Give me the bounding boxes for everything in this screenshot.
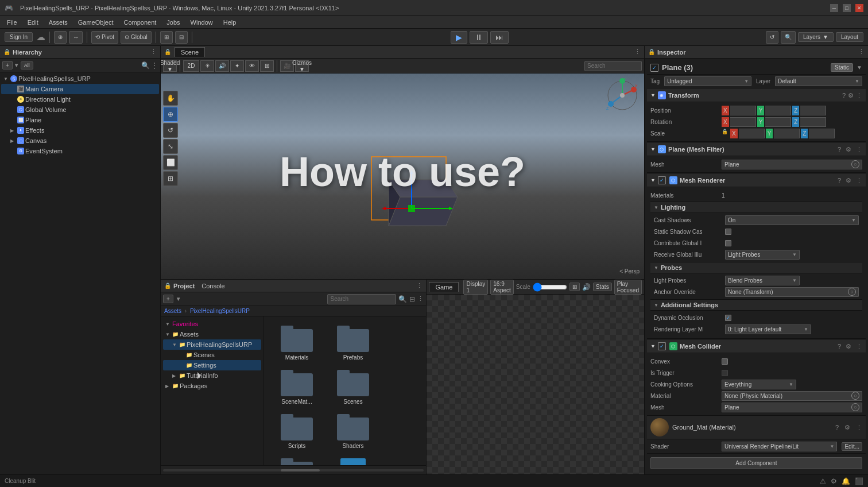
cast-shadows-dropdown[interactable]: On ▼	[725, 215, 859, 225]
sidebar-packages[interactable]: ▶ 📁 Packages	[163, 381, 261, 391]
step-button[interactable]: ⏭	[490, 31, 509, 44]
breadcrumb-folder[interactable]: PixelHealingSpellsURP	[190, 308, 250, 314]
mesh-renderer-header[interactable]: ▼ ✓ ⬡ Mesh Renderer ? ⚙ ⋮	[647, 174, 866, 187]
hierarchy-search-btn[interactable]: 🔍	[141, 61, 150, 69]
move-tool-btn[interactable]: ↔	[69, 31, 83, 44]
menu-gameobject[interactable]: GameObject	[73, 18, 118, 27]
static-dropdown-icon[interactable]: ▼	[857, 64, 862, 71]
mesh-filter-header[interactable]: ▼ ⬡ Plane (Mesh Filter) ? ⚙ ⋮	[647, 143, 866, 156]
sidebar-scenes[interactable]: 📁 Scenes	[163, 350, 261, 360]
static-badge[interactable]: Static	[831, 63, 853, 72]
project-add-btn[interactable]: +	[163, 295, 173, 303]
edit-button[interactable]: Edit...	[842, 442, 862, 451]
scene-grid-btn[interactable]: ⊞	[260, 60, 274, 72]
game-stats-label[interactable]: Stats	[593, 283, 612, 291]
snap-btn[interactable]: ⊞	[160, 31, 173, 44]
scene-lighting-btn[interactable]: ☀	[200, 60, 214, 72]
sidebar-pixelhealing[interactable]: ▼ 📁 PixelHealingSpellsURP	[163, 339, 261, 350]
play-button[interactable]: ▶	[451, 31, 467, 44]
scale-y-input[interactable]: 1	[774, 129, 800, 138]
receive-gi-field[interactable]: Light Probes ▼	[725, 250, 800, 260]
minimize-button[interactable]: ─	[830, 4, 838, 12]
tree-item-maincamera[interactable]: 🎥 Main Camera	[1, 84, 159, 94]
file-scenemat[interactable]: SceneMat...	[271, 368, 323, 407]
global-btn[interactable]: ⊙ Global	[121, 31, 152, 44]
project-title[interactable]: Project	[173, 283, 195, 289]
scale-x-input[interactable]: 1	[739, 129, 765, 138]
pos-x-input[interactable]: -0.2	[730, 106, 756, 115]
static-shadow-checkbox[interactable]	[725, 229, 731, 235]
pause-button[interactable]: ⏸	[470, 31, 488, 44]
transform-help-icon[interactable]: ?	[842, 92, 846, 99]
layout-button[interactable]: Layout	[836, 32, 863, 42]
pos-y-input[interactable]: 0	[765, 106, 791, 115]
scale-z-input[interactable]: 1	[809, 129, 835, 138]
scene-tab[interactable]: Scene	[175, 47, 205, 57]
mf-help-icon[interactable]: ?	[838, 146, 841, 153]
lighting-section-header[interactable]: ▼ Lighting	[650, 202, 862, 213]
project-search-btn[interactable]: 🔍	[398, 295, 407, 303]
hierarchy-all-label[interactable]: All	[21, 61, 33, 69]
mr-more-icon[interactable]: ⋮	[856, 177, 862, 184]
mf-more-icon[interactable]: ⋮	[856, 146, 862, 153]
tag-dropdown[interactable]: Untagged ▼	[664, 76, 751, 86]
mesh-collider-header[interactable]: ▼ ✓ ⬡ Mesh Collider ? ⚙ ⋮	[647, 340, 866, 353]
scene-menu-icon[interactable]: ⋮	[634, 48, 641, 56]
contribute-gi-checkbox[interactable]	[725, 240, 731, 246]
mc-more-icon[interactable]: ⋮	[856, 343, 862, 350]
maximize-button[interactable]: □	[843, 4, 851, 12]
active-checkbox[interactable]: ✓	[650, 64, 658, 72]
additional-settings-header[interactable]: ▼ Additional Settings	[650, 299, 862, 311]
file-scripts[interactable]: Scripts	[271, 412, 323, 451]
anchor-override-field[interactable]: None (Transform) ○	[725, 287, 859, 297]
rect-tool-btn[interactable]: ⬜	[163, 155, 178, 170]
sidebar-favorites[interactable]: ▼ Favorites	[163, 319, 261, 329]
scale-tool-btn[interactable]: ⤡	[163, 139, 178, 154]
menu-window[interactable]: Window	[186, 18, 218, 27]
collider-material-select-icon[interactable]: ○	[851, 392, 859, 400]
game-mute-icon[interactable]: 🔊	[582, 283, 591, 291]
breadcrumb-assets[interactable]: Assets	[164, 308, 181, 314]
sidebar-settings[interactable]: 📁 Settings	[163, 360, 261, 370]
game-display-label[interactable]: Display 1	[463, 280, 488, 295]
pos-z-input[interactable]: 4.8	[800, 106, 826, 115]
status-icon-1[interactable]: ⚠	[820, 477, 826, 485]
rotate-tool-btn[interactable]: ↺	[163, 123, 178, 138]
mr-context-icon[interactable]: ⚙	[846, 177, 851, 184]
sign-in-button[interactable]: Sign In	[5, 32, 33, 42]
hierarchy-options-icon[interactable]: ⋮	[151, 61, 158, 69]
collider-mesh-field[interactable]: Plane ○	[722, 403, 862, 412]
file-materials[interactable]: Materials	[271, 323, 323, 363]
probes-section-header[interactable]: ▼ Probes	[650, 262, 862, 273]
menu-edit[interactable]: Edit	[23, 18, 43, 27]
tree-item-effects[interactable]: ▶ ✦ Effects	[1, 125, 159, 136]
scene-audio-btn[interactable]: 🔊	[215, 60, 229, 72]
convex-checkbox[interactable]	[722, 358, 728, 365]
transform-more-icon[interactable]: ⋮	[856, 92, 862, 99]
rendering-layer-dropdown[interactable]: 0: Light Layer default ▼	[725, 324, 811, 334]
scene-draw-mode-btn[interactable]: Shaded ▼	[163, 60, 177, 72]
cooking-options-dropdown[interactable]: Everything ▼	[722, 380, 796, 389]
search-button[interactable]: 🔍	[781, 31, 796, 44]
project-menu-icon[interactable]: ⋮	[416, 282, 423, 289]
mesh-value-field[interactable]: Plane ○	[722, 160, 862, 169]
mc-help-icon[interactable]: ?	[838, 343, 841, 350]
scene-hidden-btn[interactable]: 👁	[245, 60, 259, 72]
mesh-select-icon[interactable]: ○	[851, 160, 859, 168]
mc-context-icon[interactable]: ⚙	[846, 343, 851, 350]
console-tab[interactable]: Console	[202, 283, 224, 289]
hierarchy-add-button[interactable]: +	[2, 61, 13, 69]
history-button[interactable]: ↺	[766, 31, 778, 44]
project-filter-btn[interactable]: ⊟	[409, 295, 415, 303]
add-component-button[interactable]: Add Component	[650, 457, 862, 469]
move-tool-active-btn[interactable]: ⊕	[163, 107, 178, 122]
tree-item-scene[interactable]: ▼ S PixelHealingSpellss_URP	[1, 74, 159, 84]
scene-search-input[interactable]	[584, 61, 642, 71]
inspector-menu-icon[interactable]: ⋮	[858, 48, 865, 56]
menu-assets[interactable]: Assets	[44, 18, 72, 27]
menu-file[interactable]: File	[2, 18, 22, 27]
mr-help-icon[interactable]: ?	[838, 177, 841, 184]
menu-help[interactable]: Help	[219, 18, 241, 27]
file-readme[interactable]: W Readme	[327, 456, 379, 465]
status-icon-3[interactable]: 🔔	[842, 477, 850, 485]
